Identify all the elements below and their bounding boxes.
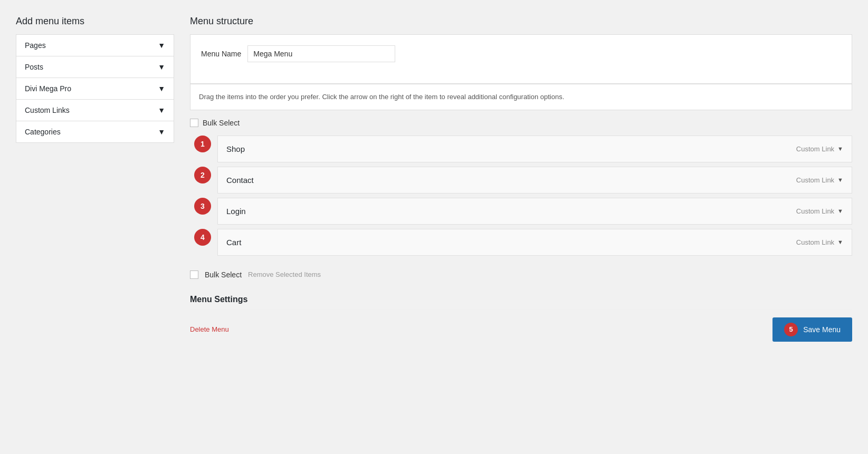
menu-settings-title: Menu Settings xyxy=(190,295,852,310)
menu-item-badge-2: 2 xyxy=(194,167,211,183)
left-panel: Add menu items Pages ▼ Posts ▼ Divi Mega… xyxy=(16,16,174,342)
instruction-box: Drag the items into the order you prefer… xyxy=(190,84,852,110)
instruction-text: Drag the items into the order you prefer… xyxy=(199,93,564,101)
accordion-item-label-pages: Pages xyxy=(25,41,46,50)
add-menu-items-title: Add menu items xyxy=(16,16,174,27)
menu-item-badge-3: 3 xyxy=(194,198,211,215)
menu-structure-box: Menu Name xyxy=(190,34,852,84)
menu-item-row-2[interactable]: Contact Custom Link ▼ xyxy=(217,167,852,194)
accordion-item-label-categories: Categories xyxy=(25,128,61,136)
bulk-select-bottom-label: Bulk Select xyxy=(205,271,242,279)
right-panel: Menu structure Menu Name Drag the items … xyxy=(190,16,852,342)
menu-name-input[interactable] xyxy=(247,45,395,62)
menu-item-wrapper: 3 Login Custom Link ▼ xyxy=(217,198,852,227)
menu-item-row-1[interactable]: Shop Custom Link ▼ xyxy=(217,136,852,162)
menu-item-name-2: Contact xyxy=(226,176,254,185)
bulk-select-top-row: Bulk Select xyxy=(190,119,852,127)
menu-item-badge-1: 1 xyxy=(194,136,211,152)
accordion-item-categories[interactable]: Categories ▼ xyxy=(16,121,174,143)
accordion-item-posts[interactable]: Posts ▼ xyxy=(16,56,174,78)
remove-selected-link[interactable]: Remove Selected Items xyxy=(248,271,321,278)
menu-item-row-3[interactable]: Login Custom Link ▼ xyxy=(217,198,852,225)
accordion-item-custom-links[interactable]: Custom Links ▼ xyxy=(16,99,174,121)
menu-item-type-area-1: Custom Link ▼ xyxy=(796,145,843,153)
accordion-item-pages[interactable]: Pages ▼ xyxy=(16,34,174,56)
menu-name-row: Menu Name xyxy=(201,45,841,62)
save-menu-badge: 5 xyxy=(784,323,798,336)
menu-item-name-1: Shop xyxy=(226,144,245,153)
accordion-item-label-posts: Posts xyxy=(25,63,43,71)
menu-item-type-2: Custom Link xyxy=(796,176,834,184)
menu-item-badge-4: 4 xyxy=(194,229,211,246)
save-menu-button[interactable]: 5 Save Menu xyxy=(772,317,852,342)
menu-item-expand-icon-3[interactable]: ▼ xyxy=(837,208,843,214)
menu-items-list: 1 Shop Custom Link ▼ 2 Contact Custom Li… xyxy=(190,136,852,260)
bulk-select-bottom-checkbox[interactable] xyxy=(190,271,198,279)
bulk-select-bottom-row: Bulk Select Remove Selected Items xyxy=(190,271,852,279)
menu-item-expand-icon-1[interactable]: ▼ xyxy=(837,146,843,152)
menu-name-label: Menu Name xyxy=(201,50,241,58)
accordion-item-label-custom-links: Custom Links xyxy=(25,106,70,114)
menu-item-wrapper: 4 Cart Custom Link ▼ xyxy=(217,229,852,258)
menu-item-expand-icon-4[interactable]: ▼ xyxy=(837,239,843,245)
accordion-arrow-custom-links: ▼ xyxy=(158,106,165,114)
accordion-arrow-categories: ▼ xyxy=(158,128,165,136)
accordion-item-label-divi-mega-pro: Divi Mega Pro xyxy=(25,84,71,93)
accordion: Pages ▼ Posts ▼ Divi Mega Pro ▼ Custom L… xyxy=(16,34,174,143)
menu-item-type-area-2: Custom Link ▼ xyxy=(796,176,843,184)
menu-item-expand-icon-2[interactable]: ▼ xyxy=(837,177,843,183)
accordion-arrow-divi-mega-pro: ▼ xyxy=(158,84,165,93)
bulk-select-top-label: Bulk Select xyxy=(203,119,240,127)
save-menu-label: Save Menu xyxy=(803,325,841,334)
menu-item-row-4[interactable]: Cart Custom Link ▼ xyxy=(217,229,852,256)
menu-item-type-4: Custom Link xyxy=(796,238,834,246)
accordion-arrow-posts: ▼ xyxy=(158,63,165,71)
save-footer-row: Delete Menu 5 Save Menu xyxy=(190,317,852,342)
delete-menu-link[interactable]: Delete Menu xyxy=(190,325,229,333)
menu-item-wrapper: 1 Shop Custom Link ▼ xyxy=(217,136,852,165)
menu-item-type-3: Custom Link xyxy=(796,207,834,215)
menu-item-type-area-3: Custom Link ▼ xyxy=(796,207,843,215)
menu-item-wrapper: 2 Contact Custom Link ▼ xyxy=(217,167,852,196)
menu-structure-title: Menu structure xyxy=(190,16,852,27)
accordion-arrow-pages: ▼ xyxy=(158,41,165,50)
bulk-select-top-checkbox[interactable] xyxy=(190,119,198,127)
accordion-item-divi-mega-pro[interactable]: Divi Mega Pro ▼ xyxy=(16,78,174,99)
menu-item-type-area-4: Custom Link ▼ xyxy=(796,238,843,246)
menu-item-name-4: Cart xyxy=(226,238,241,247)
menu-settings-section: Menu Settings Delete Menu 5 Save Menu xyxy=(190,295,852,342)
menu-item-name-3: Login xyxy=(226,207,246,216)
menu-item-type-1: Custom Link xyxy=(796,145,834,153)
